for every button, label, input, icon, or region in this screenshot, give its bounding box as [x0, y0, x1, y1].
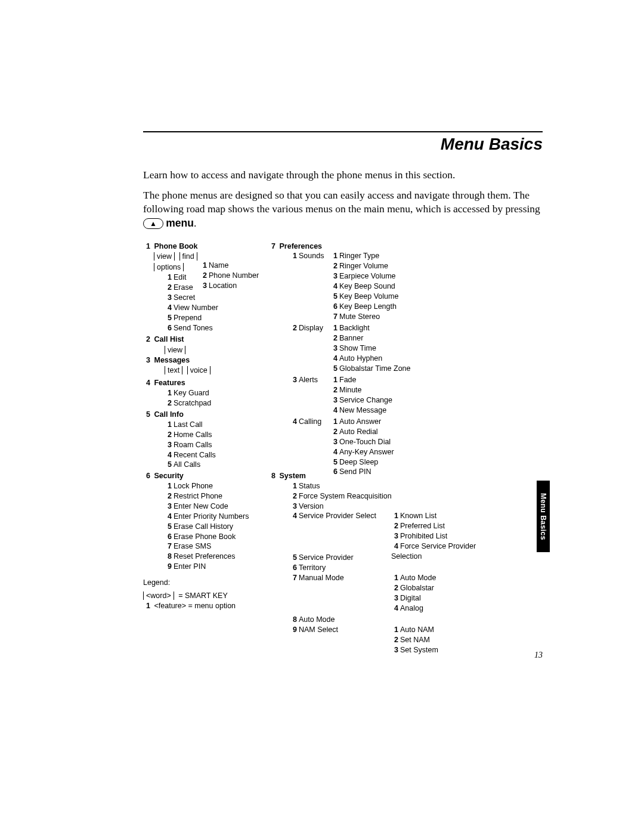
legend-smartkey-sample: <word> [143, 592, 174, 600]
menu-column-left: 1 Phone Book view find options 1Name 2Ph… [143, 241, 268, 611]
smartkey-view-2: view [165, 346, 185, 354]
menu-messages: 3 Messages [143, 355, 268, 366]
menu-preferences: 7 Preferences [268, 241, 483, 252]
menu-keyword: menu [166, 217, 194, 229]
legend: Legend: <word> = SMART KEY 1 <feature> =… [143, 578, 268, 611]
menu-call-info: 5 Call Info [143, 410, 268, 420]
intro-end: . [194, 217, 196, 229]
system-nam-select: 9NAM Select 1Auto NAM 2Set NAM 3Set Syst… [290, 625, 483, 635]
pref-display: 2Display 1Backlight 2Banner 3Show Time 4… [268, 323, 483, 333]
pref-calling: 4Calling 1Auto Answer 2Auto Redial 3One-… [268, 417, 483, 427]
menu-column-right: 7 Preferences 1Sounds 1Ringer Type 2Ring… [268, 241, 483, 635]
intro-paragraph-1: Learn how to access and navigate through… [143, 168, 543, 182]
sps-submenu: 1Known List 2Preferred List 3Prohibited … [391, 511, 487, 561]
display-submenu: 1Backlight 2Banner 3Show Time 4Auto Hyph… [330, 323, 411, 373]
smartkey-find: find [179, 252, 197, 261]
find-submenu: 1Name 2Phone Number 3Location [200, 261, 259, 291]
menu-features: 4 Features [143, 378, 268, 388]
calling-submenu: 1Auto Answer 2Auto Redial 3One-Touch Dia… [330, 417, 394, 477]
system-sps: 4Service Provider Select 1Known List 2Pr… [290, 511, 483, 521]
smartkey-voice: voice [187, 366, 210, 374]
system-manual-mode: 7Manual Mode 1Auto Mode 2Globalstar 3Dig… [290, 573, 483, 583]
security-submenu: 1Lock Phone 2Restrict Phone 3Enter New C… [143, 481, 268, 572]
page-title: Menu Basics [143, 135, 543, 154]
system-submenu: 1Status 2Force System Reacquisition 3Ver… [268, 481, 483, 635]
side-tab: Menu Basics [537, 481, 550, 552]
menu-call-hist: 2 Call Hist [143, 335, 268, 345]
title-rule [143, 131, 543, 132]
features-submenu: 1Key Guard 2Scratchpad [143, 388, 268, 408]
up-key-icon: ▲ [143, 218, 163, 229]
menu-diagram: 1 Phone Book view find options 1Name 2Ph… [143, 241, 543, 623]
smartkey-view: view [154, 252, 175, 261]
nam-select-submenu: 1Auto NAM 2Set NAM 3Set System [391, 625, 438, 655]
menu-security: 6 Security [143, 471, 268, 481]
legend-title: Legend: [143, 578, 268, 588]
pref-sounds: 1Sounds 1Ringer Type 2Ringer Volume 3Ear… [268, 251, 483, 261]
page-number: 13 [534, 651, 543, 660]
smartkey-options: options [154, 263, 184, 271]
call-info-submenu: 1Last Call 2Home Calls 3Roam Calls 4Rece… [143, 420, 268, 470]
menu-phone-book: 1 Phone Book [143, 241, 268, 252]
legend-feature-sample: <feature> = menu option [154, 602, 236, 610]
alerts-submenu: 1Fade 2Minute 3Service Change 4New Messa… [330, 375, 392, 416]
legend-smartkey-eq: = SMART KEY [178, 592, 228, 600]
intro-paragraph-2: The phone menus are designed so that you… [143, 188, 543, 231]
document-page: Menu Basics Learn how to access and navi… [0, 0, 644, 833]
sounds-submenu: 1Ringer Type 2Ringer Volume 3Earpiece Vo… [330, 251, 398, 321]
manual-mode-submenu: 1Auto Mode 2Globalstar 3Digital 4Analog [391, 573, 436, 614]
pref-alerts: 3Alerts 1Fade 2Minute 3Service Change 4N… [268, 375, 483, 385]
intro-text: The phone menus are designed so that you… [143, 189, 540, 215]
smartkey-text: text [165, 366, 182, 374]
